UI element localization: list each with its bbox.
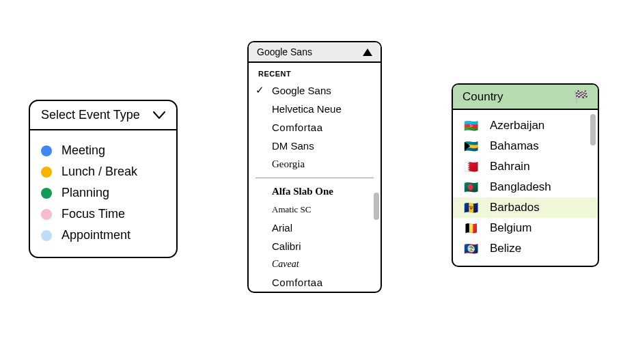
triangle-up-icon <box>363 48 372 56</box>
event-type-option[interactable]: Planning <box>41 182 165 204</box>
country-option[interactable]: 🇧🇪Belgium <box>453 218 598 238</box>
country-scrollbar-thumb[interactable] <box>590 114 596 145</box>
country-option-label: Bahamas <box>490 139 539 153</box>
flag-icon: 🇧🇪 <box>464 223 479 234</box>
country-option[interactable]: 🇧🇧Barbados <box>453 197 598 218</box>
country-option[interactable]: 🇧🇿Belize <box>453 238 598 259</box>
color-dot-icon <box>41 188 52 199</box>
font-dropdown: Google Sans RECENT ✓Google SansHelvetica… <box>247 41 382 293</box>
country-dropdown: Country 🏁 🇦🇿Azerbaijan🇧🇸Bahamas🇧🇭Bahrain… <box>452 83 599 267</box>
font-option[interactable]: DM Sans <box>249 137 381 155</box>
font-option-label: Helvetica Neue <box>272 103 342 115</box>
font-dropdown-body: RECENT ✓Google SansHelvetica NeueComfort… <box>249 63 381 292</box>
event-type-option[interactable]: Appointment <box>41 225 165 246</box>
font-option[interactable]: Calibri <box>249 237 381 255</box>
event-type-option-label: Lunch / Break <box>61 165 137 179</box>
event-type-dropdown: Select Event Type MeetingLunch / BreakPl… <box>29 100 178 258</box>
event-type-option[interactable]: Meeting <box>41 140 165 161</box>
font-option[interactable]: Arial <box>249 219 381 237</box>
font-option[interactable]: Amatic SC <box>249 201 381 219</box>
font-option[interactable]: Caveat <box>249 255 381 273</box>
font-scrollbar-thumb[interactable] <box>374 193 379 220</box>
chevron-down-icon <box>153 109 165 122</box>
font-option[interactable]: ✓Google Sans <box>249 81 381 100</box>
font-option[interactable]: Comfortaa <box>249 118 381 137</box>
font-option-label: Calibri <box>272 240 301 252</box>
event-type-option-label: Appointment <box>61 228 130 242</box>
color-dot-icon <box>41 167 52 178</box>
country-option-label: Azerbaijan <box>490 119 544 132</box>
event-type-option-label: Planning <box>61 186 109 200</box>
font-section-recent-label: RECENT <box>249 63 381 81</box>
font-option-label: Comfortaa <box>272 122 323 133</box>
font-option-label: Comfortaa <box>272 277 323 288</box>
event-type-header-label: Select Event Type <box>41 108 140 122</box>
country-option[interactable]: 🇦🇿Azerbaijan <box>453 115 598 136</box>
font-option-label: Alfa Slab One <box>272 186 333 197</box>
flag-icon: 🇦🇿 <box>464 120 479 132</box>
country-option-label: Belgium <box>490 221 531 235</box>
color-dot-icon <box>41 145 52 156</box>
event-type-option-label: Focus Time <box>61 207 125 221</box>
checkered-flag-icon: 🏁 <box>574 89 588 104</box>
country-dropdown-header[interactable]: Country 🏁 <box>453 85 598 110</box>
font-divider <box>255 178 374 178</box>
color-dot-icon <box>41 230 52 241</box>
font-option[interactable]: Helvetica Neue <box>249 100 381 118</box>
country-option[interactable]: 🇧🇭Bahrain <box>453 156 598 177</box>
flag-icon: 🇧🇿 <box>464 243 479 255</box>
font-option-label: DM Sans <box>272 140 314 152</box>
country-list: 🇦🇿Azerbaijan🇧🇸Bahamas🇧🇭Bahrain🇧🇩Banglade… <box>453 110 598 266</box>
font-option-label: Amatic SC <box>272 204 311 215</box>
event-type-option[interactable]: Lunch / Break <box>41 161 165 182</box>
flag-icon: 🇧🇭 <box>464 161 479 173</box>
country-option[interactable]: 🇧🇩Bangladesh <box>453 177 598 197</box>
flag-icon: 🇧🇧 <box>464 202 479 214</box>
font-option[interactable]: Comfortaa <box>249 273 381 292</box>
flag-icon: 🇧🇸 <box>464 141 479 152</box>
country-option[interactable]: 🇧🇸Bahamas <box>453 136 598 156</box>
event-type-list: MeetingLunch / BreakPlanningFocus TimeAp… <box>30 130 176 257</box>
color-dot-icon <box>41 209 52 220</box>
font-selected-label: Google Sans <box>257 46 312 57</box>
country-option-label: Bahrain <box>490 160 530 173</box>
country-option-label: Barbados <box>490 201 540 214</box>
font-option-label: Arial <box>272 222 292 234</box>
font-dropdown-header[interactable]: Google Sans <box>249 42 381 63</box>
event-type-option[interactable]: Focus Time <box>41 204 165 225</box>
font-option-label: Google Sans <box>272 85 331 96</box>
checkmark-icon: ✓ <box>255 84 268 96</box>
country-option-label: Bangladesh <box>490 180 551 194</box>
country-header-label: Country <box>462 90 503 104</box>
event-type-option-label: Meeting <box>61 143 105 158</box>
font-option-label: Caveat <box>272 259 299 270</box>
event-type-header[interactable]: Select Event Type <box>30 101 176 130</box>
country-option-label: Belize <box>490 242 521 255</box>
font-option[interactable]: Georgia <box>249 155 381 173</box>
font-option[interactable]: Alfa Slab One <box>249 182 381 201</box>
font-option-label: Georgia <box>272 158 305 170</box>
flag-icon: 🇧🇩 <box>464 182 479 193</box>
